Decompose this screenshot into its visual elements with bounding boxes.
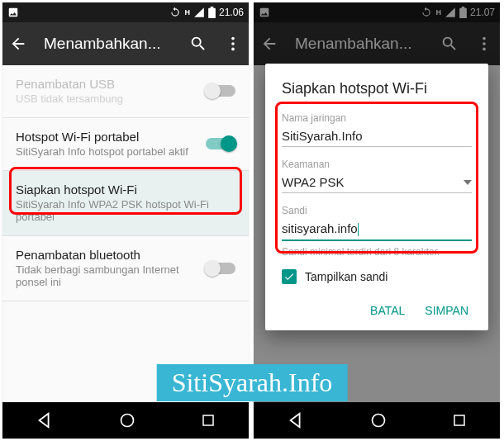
clock: 21.06 xyxy=(219,7,244,18)
input-network-name[interactable]: SitiSyarah.Info xyxy=(282,124,472,147)
sync-icon xyxy=(169,7,181,18)
label-password: Sandi xyxy=(282,205,472,216)
nav-home-icon[interactable] xyxy=(119,412,136,429)
watermark: SitiSyarah.Info xyxy=(157,364,348,401)
dialog-title: Siapkan hotspot Wi-Fi xyxy=(282,80,472,97)
input-password[interactable]: sitisyarah.info xyxy=(282,216,472,241)
dropdown-icon xyxy=(464,180,472,185)
svg-point-8 xyxy=(372,415,384,427)
app-bar: Menambahkan... xyxy=(2,22,249,65)
battery-icon xyxy=(208,7,216,18)
toggle-usb xyxy=(206,85,235,97)
select-security[interactable]: WPA2 PSK xyxy=(282,170,472,193)
status-bar: H 21.06 xyxy=(2,2,249,22)
page-title: Menambahkan... xyxy=(44,35,173,53)
cancel-button[interactable]: BATAL xyxy=(370,304,405,317)
nav-bar xyxy=(254,402,500,439)
svg-point-1 xyxy=(231,42,235,45)
svg-point-3 xyxy=(121,415,133,427)
overflow-icon[interactable] xyxy=(224,35,242,53)
nav-home-icon[interactable] xyxy=(370,412,387,429)
search-icon[interactable] xyxy=(189,35,207,53)
back-icon[interactable] xyxy=(9,35,27,53)
password-hint: Sandi minimal terdiri dari 8 karakter. xyxy=(282,246,472,258)
svg-rect-4 xyxy=(203,415,213,425)
row-usb-tether: Penambatan USBUSB tidak tersambung xyxy=(2,65,249,117)
checkbox-show-password[interactable] xyxy=(282,269,297,284)
label-show-password: Tampilkan sandi xyxy=(305,270,388,283)
toggle-hotspot[interactable] xyxy=(206,138,235,149)
signal-icon xyxy=(193,7,205,18)
row-wifi-hotspot[interactable]: Hotspot Wi-Fi portabelSitiSyarah Info ho… xyxy=(2,118,249,170)
image-icon xyxy=(7,7,19,18)
label-network-name: Nama jaringan xyxy=(282,112,472,124)
nav-recent-icon[interactable] xyxy=(452,413,467,428)
nav-bar xyxy=(2,402,249,439)
nav-recent-icon[interactable] xyxy=(201,413,216,428)
toggle-bluetooth[interactable] xyxy=(206,263,235,274)
label-security: Keamanan xyxy=(282,159,472,170)
row-bluetooth-tether[interactable]: Penambatan bluetoothTidak berbagi sambun… xyxy=(2,236,249,301)
nav-back-icon[interactable] xyxy=(36,411,54,429)
row-setup-hotspot[interactable]: Siapkan hotspot Wi-FiSitiSyarah Info WPA… xyxy=(2,171,249,235)
svg-point-2 xyxy=(231,48,235,51)
svg-rect-9 xyxy=(454,415,464,425)
network-type: H xyxy=(184,8,190,17)
save-button[interactable]: SIMPAN xyxy=(425,304,468,317)
dialog-setup-hotspot: Siapkan hotspot Wi-Fi Nama jaringan Siti… xyxy=(265,64,488,330)
svg-point-0 xyxy=(231,37,235,40)
nav-back-icon[interactable] xyxy=(287,411,305,429)
